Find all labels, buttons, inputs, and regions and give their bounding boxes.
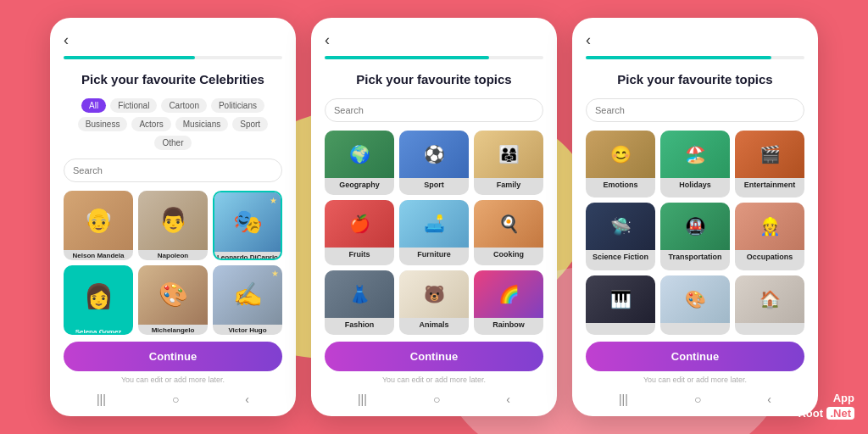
topic-animals[interactable]: 🐻 Animals (399, 270, 469, 336)
bottom-nav-3: ||| ○ ‹ (586, 387, 804, 406)
topic-misc-1[interactable]: 🎹 (586, 275, 655, 335)
celeb-name-4: Selena Gomez (65, 326, 131, 335)
topic-name-animals: Animals (399, 318, 469, 331)
edit-hint-1: You can edit or add more later. (64, 376, 282, 384)
topic-name-geography: Geography (325, 178, 394, 192)
nav-menu-icon-1[interactable]: ||| (97, 392, 106, 406)
screen-topics-1: ‹ Pick your favourite topics 🌍 Geography… (311, 18, 557, 416)
topic-geography[interactable]: 🌍 Geography (325, 131, 394, 196)
nav-back-icon-2[interactable]: ‹ (506, 392, 510, 406)
tag-cartoon[interactable]: Cartoon (161, 98, 207, 113)
watermark-root-text: Root (798, 407, 823, 420)
topic-entertainment[interactable]: 🎬 Entertainment (735, 131, 804, 198)
topic-name-misc1 (586, 323, 655, 328)
topic-sport[interactable]: ⚽ Sport (399, 131, 469, 196)
celeb-avatar-2: 👨 (138, 191, 208, 250)
search-input-3[interactable] (586, 98, 804, 122)
tag-politicians[interactable]: Politicians (211, 98, 264, 113)
search-input-1[interactable] (64, 159, 282, 182)
topic-occupations[interactable]: 👷 Occupations (735, 203, 804, 270)
topic-transportation[interactable]: 🚇 Transportation (660, 203, 730, 270)
topic-cooking[interactable]: 🍳 Cooking (474, 200, 543, 265)
topic-name-fruits: Fruits (325, 248, 394, 261)
celeb-selena[interactable]: 👩 Selena Gomez (64, 265, 133, 335)
nav-home-icon-2[interactable]: ○ (433, 392, 440, 406)
nav-menu-icon-2[interactable]: ||| (358, 392, 367, 406)
topic-science-fiction[interactable]: 🛸 Science Fiction (586, 203, 655, 270)
progress-fill-3 (586, 56, 771, 59)
topic-name-family: Family (474, 178, 543, 192)
progress-bar-2 (325, 56, 543, 59)
nav-home-icon-3[interactable]: ○ (694, 392, 701, 406)
search-input-2[interactable] (325, 98, 543, 122)
topic-emotions[interactable]: 😊 Emotions (586, 131, 655, 198)
topic-img-sport: ⚽ (399, 131, 469, 178)
topic-img-fruits: 🍎 (325, 200, 394, 248)
topic-img-rainbow: 🌈 (474, 270, 543, 318)
continue-button-1[interactable]: Continue (64, 342, 282, 371)
celeb-name-3: Leonardo DiCaprio (214, 252, 281, 260)
nav-back-icon-1[interactable]: ‹ (245, 392, 249, 406)
topic-name-misc3 (735, 323, 804, 328)
celeb-avatar-1: 👴 (64, 191, 133, 250)
topic-name-sport: Sport (399, 178, 469, 192)
topic-holidays[interactable]: 🏖️ Holidays (660, 131, 730, 198)
edit-hint-3: You can edit or add more later. (586, 376, 804, 384)
topic-name-entertainment: Entertainment (735, 178, 804, 192)
celeb-star-3: ★ (270, 196, 277, 205)
topic-img-misc3: 🏠 (735, 275, 804, 323)
watermark-net-text: .Net (826, 407, 854, 420)
celeb-name-6: Victor Hugo (213, 325, 282, 335)
topic-furniture[interactable]: 🛋️ Furniture (399, 200, 469, 265)
topic-img-cooking: 🍳 (474, 200, 543, 248)
back-button-3[interactable]: ‹ (586, 31, 804, 49)
celeb-name-1: Nelson Mandela (64, 250, 133, 260)
tag-other[interactable]: Other (154, 136, 191, 150)
topic-name-scifi: Science Fiction (586, 250, 655, 264)
progress-bar-3 (586, 56, 804, 59)
progress-fill-1 (64, 56, 195, 59)
topic-img-emotions: 😊 (586, 131, 655, 178)
topic-rainbow[interactable]: 🌈 Rainbow (474, 270, 543, 336)
screen-topics-2: ‹ Pick your favourite topics 😊 Emotions … (572, 18, 818, 416)
continue-button-2[interactable]: Continue (325, 342, 543, 371)
filter-tags: All Fictional Cartoon Politicians Busine… (64, 98, 282, 150)
back-button-2[interactable]: ‹ (325, 31, 543, 49)
bottom-nav-1: ||| ○ ‹ (64, 387, 282, 406)
celeb-dicaprio[interactable]: 🎭 ★ Leonardo DiCaprio (213, 191, 282, 260)
topic-fashion[interactable]: 👗 Fashion (325, 270, 394, 336)
nav-menu-icon-3[interactable]: ||| (619, 392, 628, 406)
celeb-victor-hugo[interactable]: ✍️ ★ Victor Hugo (213, 265, 282, 335)
topic-img-fashion: 👗 (325, 270, 394, 318)
topic-img-transport: 🚇 (660, 203, 730, 250)
topic-family[interactable]: 👨‍👩‍👧 Family (474, 131, 543, 196)
tag-fictional[interactable]: Fictional (110, 98, 157, 113)
topic-misc-2[interactable]: 🎨 (660, 275, 730, 335)
continue-button-3[interactable]: Continue (586, 342, 804, 371)
watermark-app-text: App (833, 392, 854, 404)
topic-img-family: 👨‍👩‍👧 (474, 131, 543, 178)
celeb-nelson-mandela[interactable]: 👴 Nelson Mandela (64, 191, 133, 260)
nav-back-icon-3[interactable]: ‹ (767, 392, 771, 406)
topic-misc-3[interactable]: 🏠 (735, 275, 804, 335)
progress-fill-2 (325, 56, 489, 59)
topic-name-emotions: Emotions (586, 178, 655, 192)
nav-home-icon-1[interactable]: ○ (172, 392, 179, 406)
topic-fruits[interactable]: 🍎 Fruits (325, 200, 394, 265)
celeb-name-2: Napoleon Bonaparte (138, 250, 208, 260)
topic-img-entertainment: 🎬 (735, 131, 804, 178)
tag-all[interactable]: All (81, 98, 106, 113)
tag-musicians[interactable]: Musicians (175, 117, 228, 131)
topic-img-scifi: 🛸 (586, 203, 655, 250)
tag-business[interactable]: Business (78, 117, 128, 131)
celeb-michelangelo[interactable]: 🎨 Michelangelo (138, 265, 208, 335)
screen-celebrities: ‹ Pick your favourite Celebrities All Fi… (50, 18, 296, 416)
topic-name-fashion: Fashion (325, 318, 394, 331)
back-button-1[interactable]: ‹ (64, 31, 282, 49)
celeb-napoleon[interactable]: 👨 Napoleon Bonaparte (138, 191, 208, 260)
tag-actors[interactable]: Actors (131, 117, 170, 131)
topic-img-misc2: 🎨 (660, 275, 730, 323)
topic-img-geography: 🌍 (325, 131, 394, 178)
edit-hint-2: You can edit or add more later. (325, 376, 543, 384)
tag-sport[interactable]: Sport (232, 117, 268, 131)
